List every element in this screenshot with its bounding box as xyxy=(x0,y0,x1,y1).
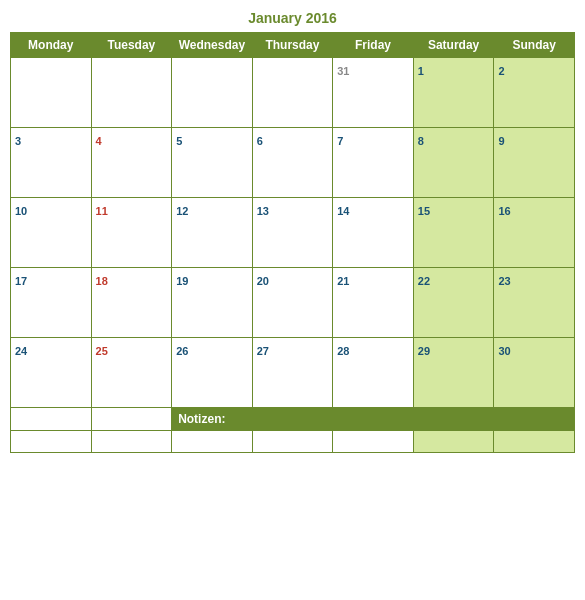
day-number: 26 xyxy=(176,345,188,357)
notes-content-cell xyxy=(172,431,253,453)
day-cell: 5 xyxy=(172,128,253,198)
week-row-3: 17181920212223 xyxy=(11,268,575,338)
day-cell: 27 xyxy=(252,338,333,408)
day-number: 13 xyxy=(257,205,269,217)
day-cell: 20 xyxy=(252,268,333,338)
day-cell: 29 xyxy=(413,338,494,408)
day-cell: 6 xyxy=(252,128,333,198)
day-cell: 25 xyxy=(91,338,172,408)
day-number: 4 xyxy=(96,135,102,147)
day-number: 9 xyxy=(498,135,504,147)
day-number: 10 xyxy=(15,205,27,217)
day-cell: 2 xyxy=(494,58,575,128)
notes-content-cell xyxy=(11,431,92,453)
day-cell: 28 xyxy=(333,338,414,408)
header-tuesday: Tuesday xyxy=(91,33,172,58)
day-cell: 31 xyxy=(333,58,414,128)
day-cell xyxy=(172,58,253,128)
day-number: 17 xyxy=(15,275,27,287)
day-cell: 4 xyxy=(91,128,172,198)
notes-empty-1 xyxy=(11,408,92,431)
day-cell: 30 xyxy=(494,338,575,408)
day-cell: 17 xyxy=(11,268,92,338)
day-cell xyxy=(91,58,172,128)
day-number: 27 xyxy=(257,345,269,357)
day-cell: 7 xyxy=(333,128,414,198)
day-cell: 11 xyxy=(91,198,172,268)
header-saturday: Saturday xyxy=(413,33,494,58)
day-number: 31 xyxy=(337,65,349,77)
header-wednesday: Wednesday xyxy=(172,33,253,58)
notes-empty-2 xyxy=(91,408,172,431)
day-cell: 23 xyxy=(494,268,575,338)
notes-content-cell xyxy=(413,431,494,453)
day-number: 20 xyxy=(257,275,269,287)
day-number: 5 xyxy=(176,135,182,147)
calendar-table: MondayTuesdayWednesdayThursdayFridaySatu… xyxy=(10,32,575,453)
notes-content-cell xyxy=(91,431,172,453)
day-cell: 9 xyxy=(494,128,575,198)
day-number: 29 xyxy=(418,345,430,357)
day-number: 16 xyxy=(498,205,510,217)
day-number: 24 xyxy=(15,345,27,357)
notes-content-cell xyxy=(494,431,575,453)
day-cell: 1 xyxy=(413,58,494,128)
day-cell: 16 xyxy=(494,198,575,268)
header-thursday: Thursday xyxy=(252,33,333,58)
header-sunday: Sunday xyxy=(494,33,575,58)
day-number: 30 xyxy=(498,345,510,357)
day-cell: 19 xyxy=(172,268,253,338)
day-cell xyxy=(252,58,333,128)
header-row: MondayTuesdayWednesdayThursdayFridaySatu… xyxy=(11,33,575,58)
notes-content-cell xyxy=(333,431,414,453)
day-number: 19 xyxy=(176,275,188,287)
day-cell xyxy=(11,58,92,128)
header-friday: Friday xyxy=(333,33,414,58)
day-cell: 15 xyxy=(413,198,494,268)
notes-row: Notizen: xyxy=(11,408,575,431)
day-number: 28 xyxy=(337,345,349,357)
day-cell: 21 xyxy=(333,268,414,338)
day-cell: 3 xyxy=(11,128,92,198)
day-cell: 26 xyxy=(172,338,253,408)
day-cell: 14 xyxy=(333,198,414,268)
day-number: 3 xyxy=(15,135,21,147)
day-cell: 18 xyxy=(91,268,172,338)
day-number: 14 xyxy=(337,205,349,217)
day-number: 22 xyxy=(418,275,430,287)
day-number: 23 xyxy=(498,275,510,287)
day-cell: 24 xyxy=(11,338,92,408)
day-cell: 22 xyxy=(413,268,494,338)
header-monday: Monday xyxy=(11,33,92,58)
day-number: 25 xyxy=(96,345,108,357)
notes-content-row xyxy=(11,431,575,453)
day-number: 7 xyxy=(337,135,343,147)
day-number: 15 xyxy=(418,205,430,217)
day-number: 2 xyxy=(498,65,504,77)
week-row-1: 3456789 xyxy=(11,128,575,198)
day-number: 1 xyxy=(418,65,424,77)
week-row-2: 10111213141516 xyxy=(11,198,575,268)
calendar-title: January 2016 xyxy=(10,10,575,26)
day-number: 18 xyxy=(96,275,108,287)
day-number: 11 xyxy=(96,205,108,217)
day-number: 8 xyxy=(418,135,424,147)
day-cell: 13 xyxy=(252,198,333,268)
day-number: 6 xyxy=(257,135,263,147)
day-cell: 12 xyxy=(172,198,253,268)
week-row-0: 3112 xyxy=(11,58,575,128)
notes-cell: Notizen: xyxy=(172,408,575,431)
day-number: 21 xyxy=(337,275,349,287)
week-row-4: 24252627282930 xyxy=(11,338,575,408)
notes-content-cell xyxy=(252,431,333,453)
day-cell: 10 xyxy=(11,198,92,268)
day-cell: 8 xyxy=(413,128,494,198)
calendar-wrapper: January 2016 MondayTuesdayWednesdayThurs… xyxy=(10,10,575,453)
day-number: 12 xyxy=(176,205,188,217)
